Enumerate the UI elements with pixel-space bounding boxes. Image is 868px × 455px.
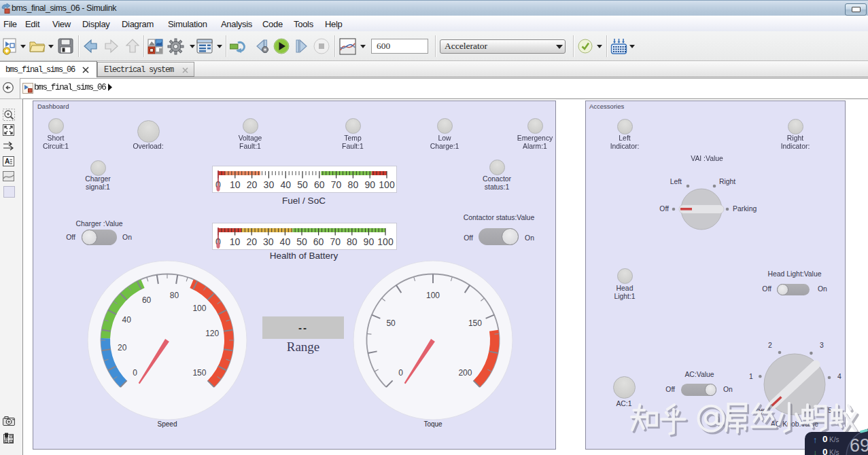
svg-text:70: 70 <box>331 179 342 190</box>
svg-text:Toque: Toque <box>423 420 442 428</box>
svg-text:80: 80 <box>347 236 358 247</box>
svg-text:200: 200 <box>458 368 472 378</box>
svg-text:30: 30 <box>263 236 274 247</box>
svg-text:40: 40 <box>122 315 132 325</box>
svg-text:30: 30 <box>264 179 275 190</box>
svg-text:90: 90 <box>364 179 375 190</box>
svg-text:10: 10 <box>230 179 241 190</box>
svg-text:A: A <box>5 158 10 165</box>
svg-text:50: 50 <box>297 179 308 190</box>
svg-text:Speed: Speed <box>158 420 177 428</box>
svg-text:50: 50 <box>296 236 307 247</box>
svg-text:150: 150 <box>192 368 206 378</box>
svg-text:100: 100 <box>426 291 440 300</box>
svg-text:120: 120 <box>205 329 219 338</box>
svg-text:60: 60 <box>313 236 324 247</box>
svg-text:20: 20 <box>118 343 127 352</box>
svg-text:0: 0 <box>398 368 403 378</box>
svg-text:60: 60 <box>142 295 152 305</box>
svg-text:40: 40 <box>280 236 291 247</box>
svg-text:0: 0 <box>133 368 137 378</box>
svg-text:100: 100 <box>192 304 206 313</box>
svg-text:90: 90 <box>364 236 375 247</box>
svg-text:69: 69 <box>850 435 868 455</box>
svg-text:100: 100 <box>379 179 395 190</box>
svg-text:40: 40 <box>280 179 291 190</box>
svg-text:70: 70 <box>330 236 341 247</box>
svg-text:150: 150 <box>468 318 482 328</box>
svg-text:10: 10 <box>230 236 241 247</box>
svg-text:60: 60 <box>314 179 325 190</box>
svg-text:80: 80 <box>348 179 359 190</box>
svg-text:50: 50 <box>386 318 396 328</box>
svg-text:100: 100 <box>377 236 394 247</box>
svg-text:20: 20 <box>246 236 257 247</box>
svg-text:80: 80 <box>170 291 179 300</box>
svg-text:20: 20 <box>247 179 258 190</box>
